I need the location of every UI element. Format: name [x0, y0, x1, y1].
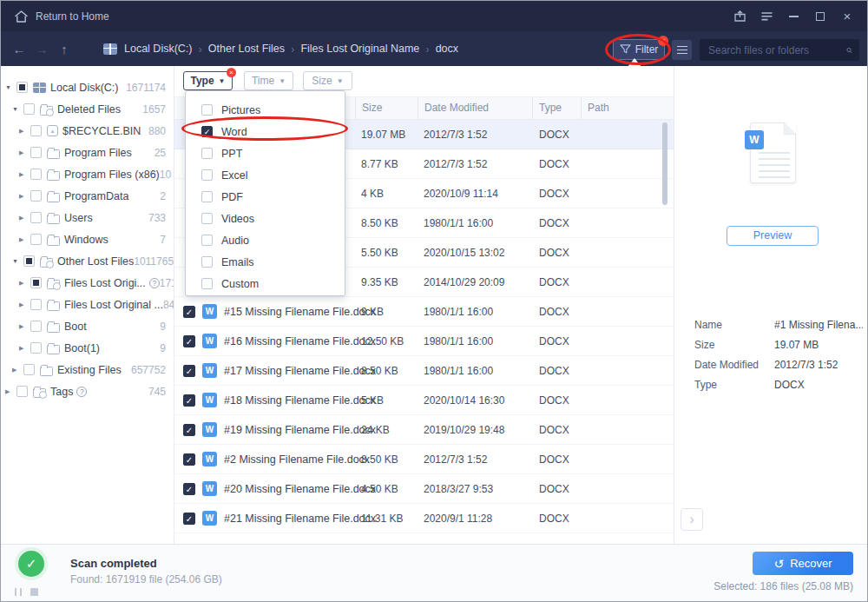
file-row[interactable]: #2 Missing Filename File.docx 8.50 KB 20… — [174, 445, 674, 474]
tree-checkbox[interactable] — [23, 255, 35, 267]
tree-checkbox[interactable] — [30, 147, 42, 158]
recover-button[interactable]: ↺ Recover — [753, 552, 853, 575]
sidebar-tree-item[interactable]: ▶ Program Files 25 — [1, 142, 174, 163]
row-checkbox[interactable] — [183, 424, 195, 436]
column-header-size[interactable]: Size — [355, 97, 411, 119]
tree-expand-caret[interactable]: ▶ — [19, 193, 30, 200]
filter-option-checkbox[interactable] — [201, 148, 213, 159]
filter-badge-icon[interactable]: × — [658, 36, 668, 46]
next-file-button[interactable]: › — [681, 508, 703, 531]
breadcrumb-item[interactable]: Other Lost Files — [208, 43, 285, 55]
minimize-button[interactable] — [784, 7, 803, 26]
tree-checkbox[interactable] — [23, 103, 35, 115]
filter-option-checkbox[interactable] — [201, 104, 213, 116]
filter-option-pdf[interactable]: PDF — [186, 186, 345, 208]
file-row[interactable]: #19 Missing Filename File.docx 24 KB 201… — [174, 415, 674, 445]
filter-option-checkbox[interactable] — [201, 278, 213, 289]
tree-checkbox[interactable] — [16, 386, 28, 397]
close-button[interactable]: × — [838, 7, 857, 26]
tree-expand-caret[interactable]: ▶ — [19, 128, 30, 135]
row-checkbox[interactable] — [183, 483, 195, 495]
file-row[interactable]: #16 Missing Filename File.docx 12.50 KB … — [174, 327, 674, 356]
forward-button[interactable]: → — [30, 42, 53, 56]
tree-checkbox[interactable] — [30, 299, 42, 310]
tree-checkbox[interactable] — [23, 364, 35, 375]
tree-expand-caret[interactable]: ▶ — [5, 388, 16, 395]
breadcrumb-item[interactable]: Local Disk(C:) — [124, 43, 193, 55]
tree-expand-caret[interactable]: ▶ — [19, 345, 30, 352]
file-row[interactable]: #17 Missing Filename File.docx 8.50 KB 1… — [174, 356, 674, 386]
filter-option-checkbox[interactable] — [201, 213, 213, 224]
return-home-button[interactable]: Return to Home — [1, 10, 109, 23]
row-checkbox[interactable] — [183, 335, 195, 347]
breadcrumb-item[interactable]: Files Lost Original Name — [300, 43, 419, 55]
sidebar-tree-item[interactable]: ▶ Files Lost Origi... ? 171030 — [1, 272, 174, 294]
tree-expand-caret[interactable]: ▶ — [19, 301, 30, 308]
column-header-date-modified[interactable]: Date Modified — [418, 97, 525, 119]
filter-tab-badge-icon[interactable]: × — [227, 68, 236, 77]
tree-expand-caret[interactable]: ▼ — [12, 106, 23, 112]
tree-checkbox[interactable] — [30, 190, 42, 202]
filter-option-videos[interactable]: Videos — [186, 208, 345, 229]
column-header-type[interactable]: Type — [532, 97, 574, 119]
filter-option-emails[interactable]: Emails — [186, 251, 345, 273]
view-options-button[interactable] — [672, 40, 692, 60]
file-row[interactable]: #21 Missing Filename File.docx 11.31 KB … — [174, 504, 674, 533]
maximize-button[interactable] — [811, 7, 830, 26]
tree-expand-caret[interactable]: ▶ — [19, 236, 30, 243]
row-checkbox[interactable] — [183, 365, 195, 377]
filter-option-custom[interactable]: Custom — [186, 273, 345, 294]
pause-icon[interactable] — [15, 588, 22, 596]
filter-tab-size[interactable]: Size ▼ — [303, 71, 352, 90]
sidebar-tree-item[interactable]: ▼ Local Disk(C:) 1671174 — [1, 76, 174, 98]
search-icon[interactable] — [846, 44, 852, 56]
tree-expand-caret[interactable]: ▶ — [12, 367, 23, 374]
tree-checkbox[interactable] — [30, 125, 42, 136]
filter-option-word[interactable]: Word — [186, 121, 345, 142]
filter-option-pictures[interactable]: Pictures — [186, 99, 345, 121]
preview-button[interactable]: Preview — [727, 226, 819, 246]
scrollbar-thumb[interactable] — [662, 122, 667, 205]
row-checkbox[interactable] — [183, 453, 195, 466]
tree-expand-caret[interactable]: ▶ — [19, 323, 30, 330]
column-header-path[interactable]: Path — [581, 97, 650, 119]
filter-option-ppt[interactable]: PPT — [186, 142, 345, 164]
sidebar-tree-item[interactable]: ▶ $RECYCLE.BIN 880 — [1, 120, 174, 142]
breadcrumb-item[interactable]: docx — [436, 43, 458, 55]
sidebar-tree-item[interactable]: ▼ Deleted Files 1657 — [1, 98, 174, 120]
help-icon[interactable]: ? — [149, 278, 160, 288]
filter-option-checkbox[interactable] — [201, 235, 213, 246]
filter-option-checkbox[interactable] — [201, 256, 213, 268]
sidebar-tree-item[interactable]: ▶ Windows 7 — [1, 228, 174, 250]
tree-expand-caret[interactable]: ▼ — [12, 258, 23, 264]
filter-option-checkbox[interactable] — [201, 191, 213, 202]
tree-checkbox[interactable] — [30, 277, 42, 288]
filter-tab-type[interactable]: Type ▼ × — [183, 71, 233, 90]
box-up-arrow-icon[interactable] — [730, 7, 749, 26]
sidebar-tree-item[interactable]: ▶ Boot(1) 9 — [1, 337, 174, 359]
help-icon[interactable]: ? — [76, 387, 87, 397]
tree-expand-caret[interactable]: ▶ — [19, 149, 30, 156]
menu-lines-icon[interactable] — [757, 7, 776, 26]
row-checkbox[interactable] — [183, 394, 195, 407]
tree-checkbox[interactable] — [30, 169, 42, 180]
filter-option-audio[interactable]: Audio — [186, 229, 345, 251]
sidebar-tree-item[interactable]: ▶ ProgramData 2 — [1, 185, 174, 207]
filter-tab-time[interactable]: Time ▼ — [244, 71, 293, 90]
tree-checkbox[interactable] — [16, 82, 28, 93]
tree-checkbox[interactable] — [30, 212, 42, 223]
tree-expand-caret[interactable]: ▶ — [19, 171, 30, 178]
file-row[interactable]: #18 Missing Filename File.docx 5 KB 2020… — [174, 386, 674, 415]
tree-checkbox[interactable] — [30, 342, 42, 354]
tree-expand-caret[interactable]: ▶ — [19, 280, 30, 287]
sidebar-tree-item[interactable]: ▼ Other Lost Files 1011765 — [1, 250, 174, 272]
tree-expand-caret[interactable]: ▼ — [5, 84, 16, 90]
sidebar-tree-item[interactable]: ▶ Tags ? 745 — [1, 380, 174, 402]
row-checkbox[interactable] — [183, 513, 195, 525]
up-button[interactable]: ↑ — [53, 42, 76, 56]
search-input[interactable] — [700, 44, 846, 56]
filter-option-checkbox[interactable] — [201, 126, 213, 137]
back-button[interactable]: ← — [8, 42, 30, 56]
tree-checkbox[interactable] — [30, 234, 42, 245]
sidebar-tree-item[interactable]: ▶ Users 733 — [1, 207, 174, 228]
